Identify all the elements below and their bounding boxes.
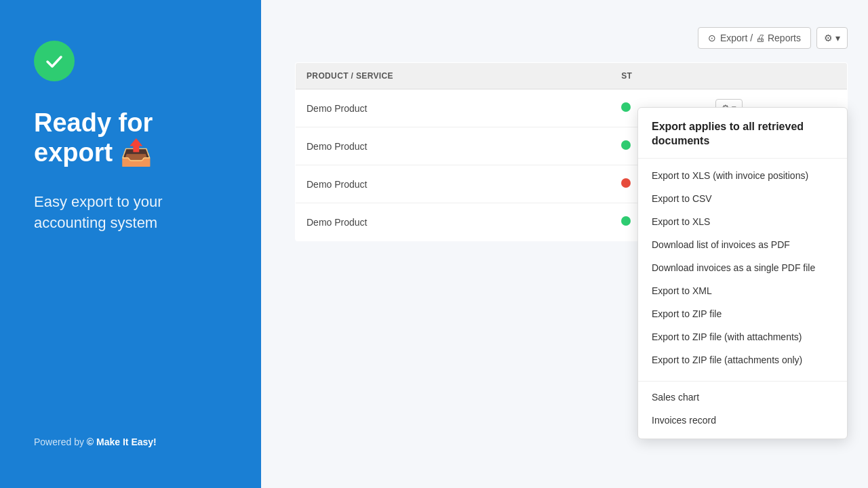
table-header: PRODUCT / SERVICE ST: [296, 63, 848, 89]
export-reports-label: Export / 🖨 Reports: [720, 33, 801, 43]
right-panel: ⊙ Export / 🖨 Reports ⚙ ▾ PRODUCT / SERVI…: [261, 0, 868, 488]
left-panel: Ready for export 📤 Easy export to your a…: [0, 0, 261, 488]
cell-product: Demo Product: [296, 203, 611, 241]
dropdown-item-3[interactable]: Download list of invoices as PDF: [638, 233, 847, 256]
check-icon: [34, 41, 75, 81]
dropdown-section-item-0[interactable]: Sales chart: [638, 386, 847, 409]
cell-product: Demo Product: [296, 89, 611, 127]
dropdown-item-1[interactable]: Export to CSV: [638, 187, 847, 210]
col-action: [705, 63, 847, 89]
hero-subtitle: Easy export to your accounting system: [34, 192, 227, 234]
dropdown-item-8[interactable]: Export to ZIP file (attachments only): [638, 348, 847, 371]
export-reports-button[interactable]: ⊙ Export / 🖨 Reports: [698, 27, 811, 49]
dropdown-item-4[interactable]: Download invoices as a single PDF file: [638, 256, 847, 279]
cell-product: Demo Product: [296, 165, 611, 203]
dropdown-item-6[interactable]: Export to ZIP file: [638, 302, 847, 325]
footer: Powered by © Make It Easy!: [34, 436, 227, 447]
col-product: PRODUCT / SERVICE: [296, 63, 611, 89]
footer-brand: © Make It Easy!: [87, 436, 157, 447]
dropdown-items: Export to XLS (with invoice positions)Ex…: [638, 159, 847, 377]
footer-label: Powered by: [34, 436, 87, 447]
right-inner: ⊙ Export / 🖨 Reports ⚙ ▾ PRODUCT / SERVI…: [261, 0, 868, 262]
export-icon: ⊙: [708, 33, 716, 43]
dropdown-item-7[interactable]: Export to ZIP file (with attachments): [638, 325, 847, 348]
gear-drop-icon: ▾: [835, 33, 840, 43]
hero-title: Ready for export 📤: [34, 108, 227, 167]
dropdown-divider: [638, 381, 847, 382]
cell-product: Demo Product: [296, 127, 611, 165]
dropdown-item-2[interactable]: Export to XLS: [638, 210, 847, 233]
dropdown-section: Sales chartInvoices record: [638, 386, 847, 432]
dropdown-header: Export applies to all retrieved document…: [638, 108, 847, 159]
left-content: Ready for export 📤 Easy export to your a…: [34, 41, 227, 234]
dropdown-section-item-1[interactable]: Invoices record: [638, 409, 847, 432]
col-status: ST: [610, 63, 705, 89]
export-dropdown: Export applies to all retrieved document…: [637, 107, 848, 439]
dropdown-item-5[interactable]: Export to XML: [638, 279, 847, 302]
gear-button[interactable]: ⚙ ▾: [816, 27, 848, 49]
dropdown-header-text: Export applies to all retrieved document…: [652, 120, 833, 148]
gear-icon: ⚙: [824, 33, 833, 43]
toolbar: ⊙ Export / 🖨 Reports ⚙ ▾: [295, 27, 848, 49]
dropdown-item-0[interactable]: Export to XLS (with invoice positions): [638, 164, 847, 187]
